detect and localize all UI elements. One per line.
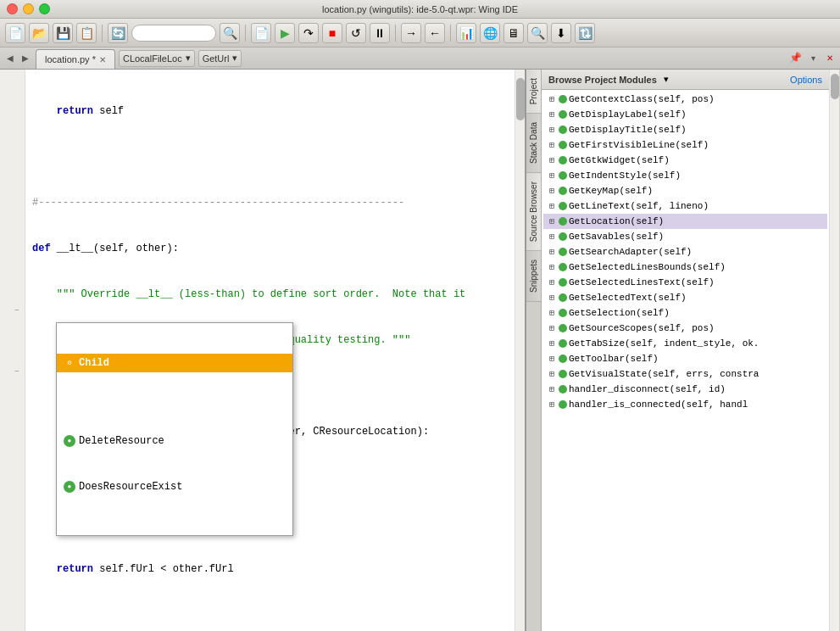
vtab-project[interactable]: Project bbox=[526, 70, 541, 114]
search2-button[interactable]: 🔍 bbox=[527, 23, 548, 43]
tree-item-text: GetDisplayTitle(self) bbox=[569, 125, 687, 135]
tree-item-text: GetToolbar(self) bbox=[569, 354, 659, 364]
code-area[interactable]: – – return self #-----------------------… bbox=[0, 70, 525, 631]
tree-item-text: GetDisplayLabel(self) bbox=[569, 109, 687, 120]
autocomplete-item[interactable]: ● DoesResourceExist bbox=[57, 479, 292, 494]
tree-item[interactable]: ⊞ GetKeyMap(self) bbox=[543, 183, 827, 198]
step-over-button[interactable]: ↷ bbox=[298, 23, 319, 43]
autocomplete-dropdown[interactable]: ⚙ Child ● DeleteResource ● Does bbox=[56, 322, 293, 536]
ac-item-text: DeleteResource bbox=[79, 433, 164, 449]
module-tree[interactable]: ⊞ GetContextClass(self, pos) ⊞ GetDispla… bbox=[542, 90, 829, 631]
tab-prev-button[interactable]: ◀ bbox=[3, 52, 17, 65]
method-selector[interactable]: GetUrl ▾ bbox=[198, 50, 242, 67]
tree-item-text: GetSavables(self) bbox=[569, 232, 664, 242]
editor-tab-location-py[interactable]: location.py * ✕ bbox=[36, 49, 115, 69]
pin-button[interactable]: 📌 bbox=[789, 52, 803, 65]
separator-1 bbox=[102, 25, 103, 42]
tree-vscroll[interactable] bbox=[829, 70, 839, 631]
tree-item[interactable]: ⊞ GetDisplayTitle(self) bbox=[543, 122, 827, 137]
locals-button[interactable]: 📊 bbox=[456, 23, 476, 43]
tab-close-x[interactable]: ✕ bbox=[823, 52, 837, 65]
line-numbers: – – bbox=[0, 70, 25, 631]
autocomplete-item[interactable]: ● DeleteResource bbox=[57, 433, 292, 449]
tree-item[interactable]: ⊞ handler_is_connected(self, handl bbox=[543, 397, 827, 412]
search-btn[interactable]: 🔍 bbox=[220, 23, 240, 43]
tab-dropdowns: CLocalFileLoc ▾ GetUrl ▾ bbox=[119, 47, 242, 69]
save-button[interactable]: 💾 bbox=[53, 23, 73, 43]
code-content-area[interactable]: return self #---------------------------… bbox=[25, 70, 515, 631]
tree-item[interactable]: ⊞ GetSelectedLinesText(self) bbox=[543, 275, 827, 290]
find-replace-button[interactable]: 🔄 bbox=[108, 23, 128, 43]
browse-panel-options[interactable]: Options bbox=[790, 75, 822, 85]
copy-button[interactable]: 📋 bbox=[76, 23, 97, 43]
tree-vscroll-thumb[interactable] bbox=[831, 74, 839, 99]
maximize-button[interactable] bbox=[39, 3, 50, 14]
tree-item[interactable]: ⊞ GetSourceScopes(self, pos) bbox=[543, 321, 827, 336]
new-file-button[interactable]: 📄 bbox=[5, 23, 25, 43]
globals-button[interactable]: 🌐 bbox=[480, 23, 500, 43]
ac-item-text: DoesResourceExist bbox=[79, 479, 182, 494]
autocomplete-list[interactable]: ● DeleteResource ● DoesResourceExist ● E… bbox=[57, 403, 292, 505]
autocomplete-icon: ⚙ bbox=[64, 357, 75, 369]
tree-item-text: GetLineText(self, lineno) bbox=[569, 201, 709, 211]
class-selector[interactable]: CLocalFileLoc ▾ bbox=[119, 50, 195, 67]
tree-item-text: GetSelection(self) bbox=[569, 308, 670, 318]
tree-item[interactable]: ⊞ GetVisualState(self, errs, constra bbox=[543, 366, 827, 382]
tree-item[interactable]: ⊞ GetGtkWidget(self) bbox=[543, 153, 827, 168]
tree-item[interactable]: ⊞ GetContextClass(self, pos) bbox=[543, 92, 827, 107]
editor-vscroll-thumb[interactable] bbox=[516, 78, 525, 120]
pause-button[interactable]: ⏸ bbox=[370, 23, 390, 43]
ac-icon: ● bbox=[64, 481, 75, 493]
code-line: return self bbox=[32, 103, 508, 119]
tree-item[interactable]: ⊞ GetSavables(self) bbox=[543, 229, 827, 244]
browse-project-panel: Browse Project Modules ▾ Options ⊞ GetCo… bbox=[542, 70, 829, 631]
tree-item[interactable]: ⊞ GetSelectedText(self) bbox=[543, 290, 827, 305]
run-button[interactable]: ▶ bbox=[275, 23, 295, 43]
vtab-snippets[interactable]: Snippets bbox=[526, 251, 541, 302]
minimize-button[interactable] bbox=[23, 3, 34, 14]
titlebar: location.py (wingutils): ide-5.0-qt.wpr:… bbox=[0, 0, 840, 19]
tree-item-text: GetFirstVisibleLine(self) bbox=[569, 140, 709, 150]
main-area: – – return self #-----------------------… bbox=[0, 70, 840, 631]
close-button[interactable] bbox=[7, 3, 18, 14]
indent-button[interactable]: → bbox=[401, 23, 421, 43]
autocomplete-header: ⚙ Child bbox=[57, 354, 292, 372]
ac-icon: ● bbox=[64, 435, 75, 447]
outdent-button[interactable]: ← bbox=[425, 23, 445, 43]
code-line: def __lt__(self, other): bbox=[32, 241, 508, 256]
restart-button[interactable]: ↺ bbox=[346, 23, 366, 43]
tree-item[interactable]: ⊞ GetSelectedLinesBounds(self) bbox=[543, 260, 827, 275]
open-button[interactable]: 📂 bbox=[29, 23, 49, 43]
stop-button[interactable]: ■ bbox=[322, 23, 342, 43]
tree-item[interactable]: ⊞ handler_disconnect(self, id) bbox=[543, 382, 827, 397]
browse-panel-dropdown-arrow[interactable]: ▾ bbox=[664, 74, 669, 85]
tree-item[interactable]: ⊞ GetSelection(self) bbox=[543, 305, 827, 321]
tree-item[interactable]: ⊞ GetIndentStyle(self) bbox=[543, 168, 827, 183]
tree-item[interactable]: ⊞ GetLineText(self, lineno) bbox=[543, 198, 827, 214]
tree-item-text: GetKeyMap(self) bbox=[569, 186, 653, 196]
download-button[interactable]: ⬇ bbox=[551, 23, 571, 43]
tree-item-getlocation[interactable]: ⊞ GetLocation(self) bbox=[543, 214, 827, 229]
separator-3 bbox=[395, 25, 396, 42]
vtab-source-browser[interactable]: Source Browser bbox=[526, 173, 541, 251]
tree-item[interactable]: ⊞ GetSearchAdapter(self) bbox=[543, 244, 827, 260]
tree-item[interactable]: ⊞ GetToolbar(self) bbox=[543, 351, 827, 366]
tab-menu-down[interactable]: ▾ bbox=[806, 52, 820, 65]
window-title: location.py (wingutils): ide-5.0-qt.wpr:… bbox=[322, 4, 518, 14]
method-selector-arrow: ▾ bbox=[232, 53, 237, 64]
editor-vscroll[interactable] bbox=[515, 70, 525, 631]
tree-item-text: GetVisualState(self, errs, constra bbox=[569, 369, 759, 379]
tab-nav: ◀ ▶ bbox=[3, 47, 32, 69]
tab-close-button[interactable]: ✕ bbox=[99, 55, 106, 64]
vtab-stack-data[interactable]: Stack Data bbox=[526, 114, 541, 173]
tree-item[interactable]: ⊞ GetFirstVisibleLine(self) bbox=[543, 137, 827, 153]
monitor-button[interactable]: 🖥 bbox=[503, 23, 524, 43]
window-controls bbox=[7, 3, 50, 14]
tree-item[interactable]: ⊞ GetTabSize(self, indent_style, ok. bbox=[543, 336, 827, 351]
sync-button[interactable]: 🔃 bbox=[575, 23, 595, 43]
toolbar-search-input[interactable] bbox=[131, 25, 216, 42]
tab-next-button[interactable]: ▶ bbox=[19, 52, 32, 65]
tree-item[interactable]: ⊞ GetDisplayLabel(self) bbox=[543, 107, 827, 122]
tree-item-text: GetLocation(self) bbox=[569, 216, 664, 226]
open-file-button[interactable]: 📄 bbox=[251, 23, 271, 43]
